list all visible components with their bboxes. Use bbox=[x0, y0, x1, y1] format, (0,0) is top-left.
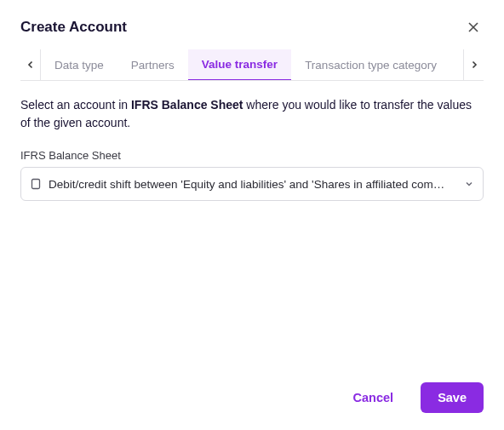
description-text: Select an account in IFRS Balance Sheet … bbox=[20, 96, 484, 132]
tab-transaction-type-category[interactable]: Transaction type category bbox=[291, 49, 450, 80]
tab-value-transfer[interactable]: Value transfer bbox=[188, 49, 291, 80]
create-account-dialog: Create Account Data type Partners Value … bbox=[0, 0, 504, 430]
tabs-list: Data type Partners Value transfer Transa… bbox=[41, 49, 463, 80]
tabs-scroll-right-button[interactable] bbox=[463, 49, 484, 80]
balance-sheet-label: IFRS Balance Sheet bbox=[20, 149, 484, 162]
chevron-right-icon bbox=[470, 60, 478, 69]
tabs-scroll-left-button[interactable] bbox=[20, 49, 41, 80]
tab-partners[interactable]: Partners bbox=[117, 49, 188, 80]
dialog-header: Create Account bbox=[20, 17, 484, 37]
chevron-left-icon bbox=[26, 60, 35, 69]
chevron-down-icon bbox=[464, 179, 474, 189]
balance-sheet-select[interactable]: Debit/credit shift between 'Equity and l… bbox=[20, 167, 484, 201]
cancel-button[interactable]: Cancel bbox=[336, 382, 411, 413]
close-icon bbox=[467, 20, 480, 34]
document-icon bbox=[30, 178, 42, 190]
svg-rect-2 bbox=[32, 180, 40, 189]
dialog-footer: Cancel Save bbox=[20, 374, 484, 413]
select-value-text: Debit/credit shift between 'Equity and l… bbox=[49, 178, 457, 191]
description-prefix: Select an account in bbox=[20, 98, 131, 112]
tab-data-type[interactable]: Data type bbox=[41, 49, 117, 80]
close-button[interactable] bbox=[463, 17, 484, 37]
tabs-container: Data type Partners Value transfer Transa… bbox=[20, 49, 484, 81]
dialog-title: Create Account bbox=[20, 19, 127, 36]
description-bold: IFRS Balance Sheet bbox=[131, 98, 243, 112]
save-button[interactable]: Save bbox=[421, 382, 484, 413]
